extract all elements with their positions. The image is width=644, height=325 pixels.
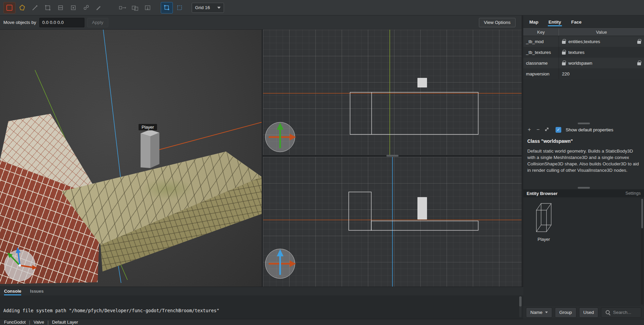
property-controls: + − ✓ Show default properties <box>523 125 644 134</box>
search-icon <box>605 310 610 315</box>
splitter-grip[interactable] <box>386 155 399 157</box>
edge-tool-button[interactable] <box>54 2 67 13</box>
uv-lock-toggle[interactable] <box>174 2 186 13</box>
apply-button[interactable]: Apply <box>87 18 109 27</box>
property-row[interactable]: _tb_mod entities;textures <box>523 36 644 47</box>
viewport-2d-top[interactable] <box>263 30 522 155</box>
view-options-button[interactable]: View Options <box>479 18 516 27</box>
inspector-tabs: Map Entity Face <box>523 15 644 28</box>
player-brush-2d[interactable] <box>418 78 427 87</box>
group-toggle-button[interactable]: Group <box>555 307 576 318</box>
splitter-grip[interactable] <box>578 123 590 124</box>
status-separator: | <box>47 320 48 325</box>
trenchbroom-window: Grid 16 Move objects by Apply View Optio… <box>0 0 644 325</box>
foreground-3d <box>0 30 262 287</box>
entity-browser-header: Entity Browser Settings <box>523 189 644 197</box>
class-description: Default static world geometry. Builds a … <box>527 148 640 174</box>
uv-lock-icon <box>176 4 183 11</box>
property-value: 220 <box>559 68 644 79</box>
player-box-side[interactable] <box>150 133 159 168</box>
viewport-2d-bottom[interactable] <box>263 157 522 287</box>
property-row[interactable]: mapversion 220 <box>523 68 644 79</box>
brush-tool-button[interactable] <box>16 2 28 13</box>
lock-icon <box>562 62 566 65</box>
checkmark-icon: ✓ <box>557 127 560 132</box>
entity-browser-body[interactable]: Player <box>523 197 644 306</box>
face-tool-button[interactable] <box>67 2 79 13</box>
entity-browser-scrollbar[interactable] <box>641 198 643 304</box>
panel-splitter[interactable] <box>523 187 644 189</box>
csg-subtract-icon <box>131 4 139 11</box>
vertex-tool-button[interactable] <box>42 2 54 13</box>
entity-browser-controls: Name Group Used Search... <box>523 306 644 319</box>
worldspawn-brush-outline[interactable] <box>350 92 478 134</box>
axis-gizmo-2d-top <box>265 122 296 152</box>
lock-icon <box>562 52 566 55</box>
property-row[interactable]: classname worldspawn <box>523 58 644 68</box>
texture-lock-toggle[interactable] <box>161 2 173 13</box>
select-tool-button[interactable] <box>3 2 15 13</box>
player-entity-tag: Player <box>139 124 157 130</box>
entity-browser-settings[interactable]: Settings <box>626 191 641 196</box>
move-objects-label: Move objects by <box>3 20 36 25</box>
wall-brush-outline[interactable] <box>349 192 371 230</box>
rotate-tool-icon <box>83 4 89 11</box>
move-objects-input[interactable] <box>39 18 84 27</box>
property-value: entities;textures <box>559 36 644 47</box>
viewport-3d[interactable]: Player <box>0 30 262 287</box>
tab-face[interactable]: Face <box>571 16 582 28</box>
show-default-properties-label: Show default properties <box>566 127 613 132</box>
used-toggle-button[interactable]: Used <box>579 307 599 318</box>
entity-item-label: Player <box>529 237 559 242</box>
move-objects-bar: Move objects by Apply View Options <box>0 15 522 30</box>
add-property-button[interactable]: + <box>526 126 533 133</box>
key-column-header[interactable]: Key <box>523 29 559 36</box>
tab-entity[interactable]: Entity <box>548 16 562 28</box>
entity-wireframe-icon <box>533 200 555 235</box>
csg-convex-merge-button[interactable] <box>116 2 128 13</box>
texture-lock-icon <box>163 4 170 11</box>
expand-rows-button[interactable] <box>543 126 550 133</box>
player-box-front[interactable] <box>141 133 150 168</box>
property-value: worldspawn <box>559 58 644 68</box>
sort-order-dropdown[interactable]: Name <box>526 307 552 318</box>
property-value-text: worldspawn <box>568 61 592 66</box>
panel-splitter[interactable] <box>523 122 644 125</box>
entity-search-field[interactable]: Search... <box>601 307 641 318</box>
property-row[interactable]: _tb_textures textures <box>523 47 644 58</box>
property-table-empty-area <box>523 79 644 122</box>
grid-size-dropdown[interactable]: Grid 16 <box>192 3 224 13</box>
tab-console[interactable]: Console <box>4 289 21 295</box>
main-toolbar: Grid 16 <box>0 0 644 15</box>
player-brush-2d[interactable] <box>418 197 427 219</box>
console-scrollbar[interactable] <box>519 296 522 317</box>
remove-property-button[interactable]: − <box>535 126 541 133</box>
entity-browser-title: Entity Browser <box>527 191 558 196</box>
splitter-grip[interactable] <box>578 187 590 189</box>
tab-map[interactable]: Map <box>529 16 539 28</box>
csg-hollow-button[interactable] <box>142 2 154 13</box>
draw-shape-tool-button[interactable] <box>93 2 105 13</box>
property-value-text: entities;textures <box>568 39 600 44</box>
lock-icon <box>637 62 641 65</box>
edge-tool-icon <box>57 4 64 11</box>
rotate-tool-button[interactable] <box>80 2 92 13</box>
tab-issues[interactable]: Issues <box>30 289 43 295</box>
property-key: _tb_textures <box>523 47 559 58</box>
property-value-text: textures <box>568 50 584 55</box>
floor-brush-outline[interactable] <box>371 221 478 230</box>
scrollbar-thumb[interactable] <box>519 296 522 306</box>
status-bar: FuncGodot | Valve | Default Layer <box>0 319 644 325</box>
show-default-properties-checkbox[interactable]: ✓ <box>556 127 561 133</box>
csg-subtract-button[interactable] <box>129 2 141 13</box>
value-column-header[interactable]: Value <box>559 29 644 36</box>
scrollbar-thumb[interactable] <box>641 199 643 228</box>
console-tabs: Console Issues <box>0 287 523 295</box>
status-map-format: Valve <box>34 320 44 325</box>
property-key: _tb_mod <box>523 36 559 47</box>
status-separator: | <box>29 320 30 325</box>
lock-icon <box>562 41 566 44</box>
entity-browser-item-player[interactable]: Player <box>529 200 559 242</box>
clip-tool-button[interactable] <box>29 2 41 13</box>
property-value-text: 220 <box>562 71 570 76</box>
